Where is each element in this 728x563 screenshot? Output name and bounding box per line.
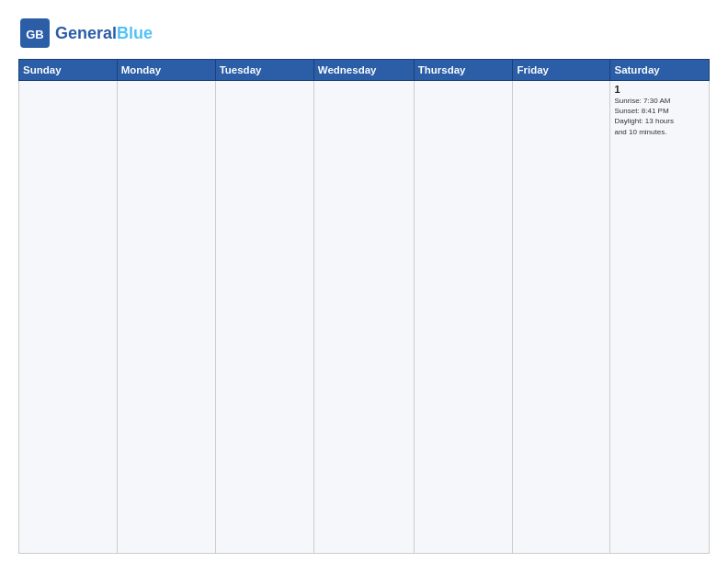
header-day-thursday: Thursday: [414, 60, 513, 81]
header: GB GeneralBlue: [18, 17, 710, 50]
empty-cell: [19, 81, 118, 554]
header-day-tuesday: Tuesday: [215, 60, 313, 81]
empty-cell: [313, 81, 414, 554]
header-row: SundayMondayTuesdayWednesdayThursdayFrid…: [19, 60, 710, 81]
header-day-monday: Monday: [117, 60, 215, 81]
logo: GB GeneralBlue: [18, 17, 153, 50]
logo-icon: GB: [18, 17, 51, 50]
empty-cell: [513, 81, 610, 554]
day-cell-1: 1Sunrise: 7:30 AMSunset: 8:41 PMDaylight…: [610, 81, 710, 554]
empty-cell: [414, 81, 513, 554]
page: GB GeneralBlue SundayMondayTuesdayWednes…: [0, 0, 728, 563]
header-day-friday: Friday: [513, 60, 610, 81]
header-day-wednesday: Wednesday: [313, 60, 414, 81]
empty-cell: [215, 81, 313, 554]
header-day-sunday: Sunday: [19, 60, 118, 81]
empty-cell: [117, 81, 215, 554]
calendar-table: SundayMondayTuesdayWednesdayThursdayFrid…: [18, 59, 710, 554]
header-day-saturday: Saturday: [610, 60, 710, 81]
svg-text:GB: GB: [26, 28, 44, 41]
